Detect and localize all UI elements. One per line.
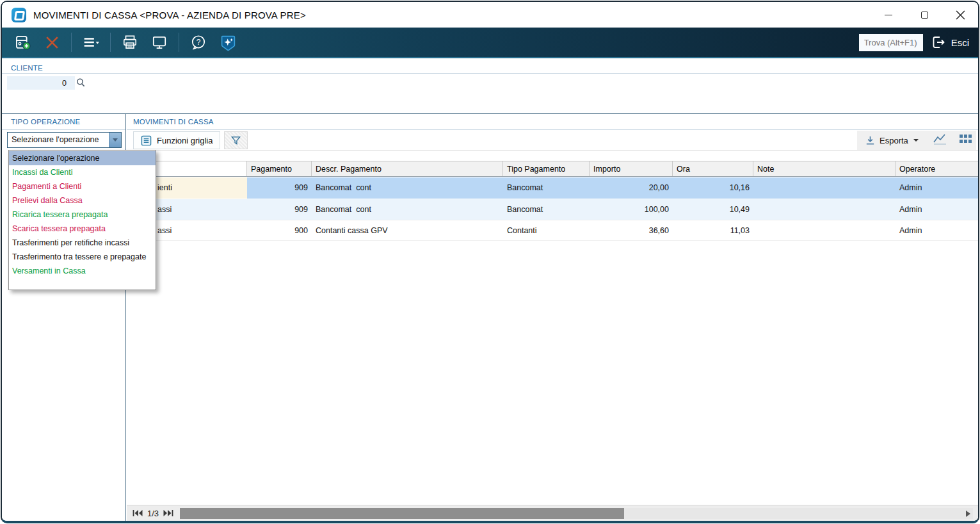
column-header-note[interactable]: Note — [753, 161, 896, 176]
app-logo-icon — [12, 8, 26, 22]
dropdown-option[interactable]: Pagamenti a Clienti — [9, 179, 156, 193]
table-body: ienti 909 Bancomat cont Bancomat 20,00 1… — [127, 177, 979, 241]
chevron-down-icon — [113, 138, 118, 142]
dropdown-option[interactable]: Incassi da Clienti — [9, 165, 156, 179]
cliente-code-input[interactable] — [7, 76, 75, 90]
dropdown-option[interactable]: Trasferimenti per retifiche incassi — [9, 236, 156, 250]
column-header-operatore[interactable]: Operatore — [896, 161, 979, 176]
dropdown-option[interactable]: Trasferimento tra tessere e prepagate — [9, 250, 156, 264]
page-indicator: 1/3 — [147, 509, 159, 518]
cell-tipo-pagamento: Contanti — [503, 220, 590, 240]
filter-funnel-icon — [230, 135, 241, 146]
cell-note — [753, 220, 896, 240]
printer-icon — [122, 34, 138, 51]
exit-icon — [931, 35, 946, 50]
funzioni-griglia-button[interactable]: Funzioni griglia — [133, 131, 220, 149]
cliente-section: CLIENTE — [2, 60, 978, 113]
first-page-icon — [133, 509, 143, 517]
table-header: Pagamento Descr. Pagamento Tipo Pagament… — [127, 161, 979, 177]
operazione-combobox[interactable]: Selezionare l'operazione — [7, 132, 122, 148]
first-page-button[interactable] — [133, 509, 143, 517]
table-row[interactable]: assi 900 Contanti cassa GPV Contanti 36,… — [127, 220, 979, 241]
cell-descr-pagamento: Bancomat cont — [312, 199, 503, 220]
exit-button[interactable]: Esci — [931, 35, 969, 50]
search-icon — [76, 78, 86, 88]
svg-text:?: ? — [197, 38, 201, 47]
operazione-dropdown-list: Selezionare l'operazione Incassi da Clie… — [8, 150, 156, 290]
cliente-search-button[interactable] — [76, 78, 86, 90]
exit-label: Esci — [951, 37, 969, 48]
cell-importo: 20,00 — [590, 177, 673, 199]
line-chart-icon — [933, 133, 947, 145]
grid-squares-icon — [960, 134, 972, 144]
cell-tipo-pagamento: Bancomat — [503, 199, 590, 220]
esporta-label: Esporta — [880, 136, 908, 145]
scrollbar-thumb[interactable] — [180, 508, 624, 519]
grid-functions-icon — [141, 135, 152, 146]
cell-note — [753, 199, 896, 220]
combobox-dropdown-button[interactable] — [109, 133, 121, 147]
cell-operatore: Admin — [896, 220, 979, 240]
column-header-importo[interactable]: Importo — [590, 161, 673, 176]
chart-view-button[interactable] — [933, 133, 947, 147]
maximize-icon — [921, 12, 928, 19]
help-button[interactable]: ? — [186, 31, 211, 54]
funzioni-griglia-label: Funzioni griglia — [157, 136, 213, 145]
close-button[interactable] — [942, 2, 978, 28]
minimize-button[interactable] — [871, 2, 906, 28]
maximize-button[interactable] — [906, 2, 942, 28]
last-page-icon — [163, 509, 173, 517]
cell-ora: 11,03 — [673, 220, 753, 240]
column-header-descr-pagamento[interactable]: Descr. Pagamento — [312, 161, 503, 176]
delete-x-icon — [44, 35, 60, 51]
chevron-down-icon — [913, 139, 919, 142]
new-movement-button[interactable] — [10, 31, 35, 54]
toolbar-separator — [179, 33, 179, 52]
find-input[interactable] — [859, 34, 923, 51]
sparkle-badge-icon — [220, 34, 237, 51]
column-header-pagamento[interactable]: Pagamento — [247, 161, 312, 176]
horizontal-scrollbar[interactable] — [180, 508, 973, 519]
menu-button[interactable] — [78, 31, 104, 54]
assistant-button[interactable] — [215, 31, 241, 54]
column-header-ora[interactable]: Ora — [673, 161, 753, 176]
print-button[interactable] — [117, 31, 143, 54]
last-page-button[interactable] — [163, 509, 173, 517]
table-row-selected[interactable]: ienti 909 Bancomat cont Bancomat 20,00 1… — [127, 177, 979, 199]
esporta-button[interactable]: Esporta — [865, 135, 919, 146]
table-row[interactable]: assi 909 Bancomat cont Bancomat 100,00 1… — [127, 199, 979, 220]
cell-note — [753, 177, 896, 199]
title-bar: MOVIMENTI DI CASSA <PROVA - AZIENDA DI P… — [2, 2, 978, 28]
monitor-icon — [151, 34, 168, 51]
column-header-tipo-pagamento[interactable]: Tipo Pagamento — [503, 161, 590, 176]
toolbar-separator — [71, 33, 72, 52]
cell-descr-pagamento: Contanti cassa GPV — [312, 220, 503, 240]
main-toolbar: ? Esci — [2, 28, 978, 58]
dropdown-option[interactable]: Prelievi dalla Cassa — [9, 193, 156, 208]
tipo-operazione-label: TIPO OPERAZIONE — [11, 118, 80, 126]
cell-pagamento: 900 — [247, 220, 312, 240]
dropdown-option[interactable]: Ricarica tessera prepagata — [9, 208, 156, 222]
combobox-value: Selezionare l'operazione — [8, 133, 109, 147]
movimenti-label: MOVIMENTI DI CASSA — [133, 118, 214, 126]
cell-tipo-pagamento: Bancomat — [503, 177, 590, 199]
cell-operatore: Admin — [896, 177, 979, 199]
dropdown-option[interactable]: Scarica tessera prepagata — [9, 222, 156, 236]
download-icon — [865, 135, 876, 146]
grid-view-button[interactable] — [960, 134, 972, 147]
movimenti-panel: MOVIMENTI DI CASSA Funzioni griglia — [127, 114, 978, 521]
dropdown-option[interactable]: Versamenti in Cassa — [9, 264, 156, 278]
cell-ora: 10,16 — [673, 177, 753, 199]
hamburger-menu-icon — [81, 34, 101, 51]
close-icon — [956, 10, 965, 20]
window-title: MOVIMENTI DI CASSA <PROVA - AZIENDA DI P… — [33, 10, 306, 20]
cell-operatore: Admin — [896, 199, 979, 220]
monitor-button[interactable] — [147, 31, 172, 54]
cliente-label: CLIENTE — [11, 64, 43, 72]
scroll-right-button[interactable] — [966, 511, 970, 517]
dropdown-option[interactable]: Selezionare l'operazione — [9, 151, 156, 165]
help-icon: ? — [190, 34, 207, 51]
filter-button[interactable] — [224, 131, 248, 149]
delete-button[interactable] — [39, 31, 65, 54]
cash-register-add-icon — [14, 34, 31, 51]
